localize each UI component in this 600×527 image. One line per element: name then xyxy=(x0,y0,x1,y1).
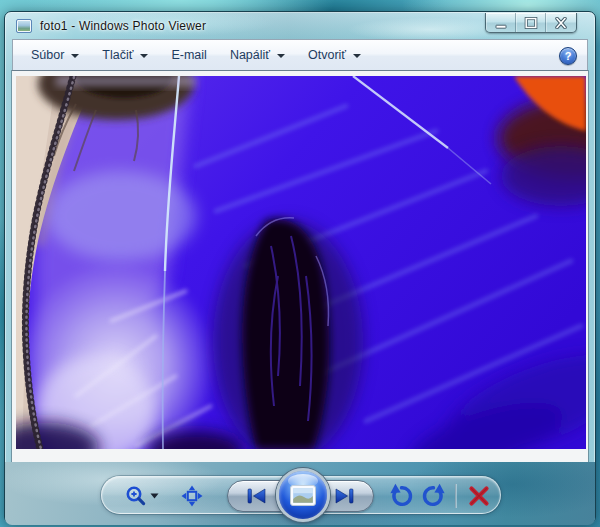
chevron-down-icon xyxy=(277,54,285,58)
menu-item-email[interactable]: E-mail xyxy=(166,44,211,66)
menu-label: E-mail xyxy=(171,48,206,62)
menu-item-subor[interactable]: Súbor xyxy=(26,44,84,66)
menu-label: Tlačiť xyxy=(102,48,133,62)
chevron-down-icon xyxy=(71,54,79,58)
titlebar[interactable]: foto1 - Windows Photo Viewer xyxy=(5,12,595,39)
close-button[interactable] xyxy=(546,13,576,32)
chevron-down-icon xyxy=(353,54,361,58)
menu-item-tlacit[interactable]: Tlačiť xyxy=(97,44,153,66)
next-icon xyxy=(332,488,356,504)
desktop-background: foto1 - Windows Photo Viewer xyxy=(0,0,600,527)
menu-label: Napáliť xyxy=(230,48,270,62)
delete-x-icon xyxy=(468,485,490,507)
maximize-icon xyxy=(524,17,538,29)
menu-label: Otvoriť xyxy=(308,48,346,62)
zoom-button[interactable] xyxy=(118,481,166,511)
help-question-icon[interactable]: ? xyxy=(559,47,577,65)
bottom-frame xyxy=(5,462,595,525)
previous-icon xyxy=(245,488,269,504)
photo-viewer-app-icon xyxy=(16,19,32,33)
caption-buttons xyxy=(485,13,577,33)
menubar: Súbor Tlačiť E-mail Napáliť Otvoriť ? xyxy=(12,39,588,71)
viewer-content-area xyxy=(12,71,588,462)
close-icon xyxy=(554,17,568,29)
window-title: foto1 - Windows Photo Viewer xyxy=(40,19,206,33)
rotate-ccw-icon xyxy=(388,483,414,509)
toolbar-divider xyxy=(455,484,456,508)
fit-to-window-icon xyxy=(181,485,203,507)
rotate-counterclockwise-button[interactable] xyxy=(385,481,417,511)
minimize-icon xyxy=(494,17,508,29)
menu-item-otvorit[interactable]: Otvoriť xyxy=(303,44,366,66)
menu-label: Súbor xyxy=(31,48,64,62)
fit-to-window-button[interactable] xyxy=(175,481,209,511)
menu-item-napalit[interactable]: Napáliť xyxy=(225,44,290,66)
feather-photo-graphic xyxy=(16,76,586,449)
rotate-cw-icon xyxy=(421,483,447,509)
photo-image xyxy=(16,76,586,449)
chevron-down-icon xyxy=(140,54,148,58)
delete-button[interactable] xyxy=(463,481,495,511)
maximize-button[interactable] xyxy=(516,13,546,32)
toolbar-pill xyxy=(101,476,501,514)
minimize-button[interactable] xyxy=(486,13,516,32)
slideshow-button[interactable] xyxy=(276,468,330,522)
rotate-clockwise-button[interactable] xyxy=(418,481,450,511)
slideshow-picture-icon xyxy=(290,485,316,506)
chevron-down-icon xyxy=(150,493,159,499)
photo-viewer-window: foto1 - Windows Photo Viewer xyxy=(4,11,596,524)
magnifier-plus-icon xyxy=(125,485,147,507)
